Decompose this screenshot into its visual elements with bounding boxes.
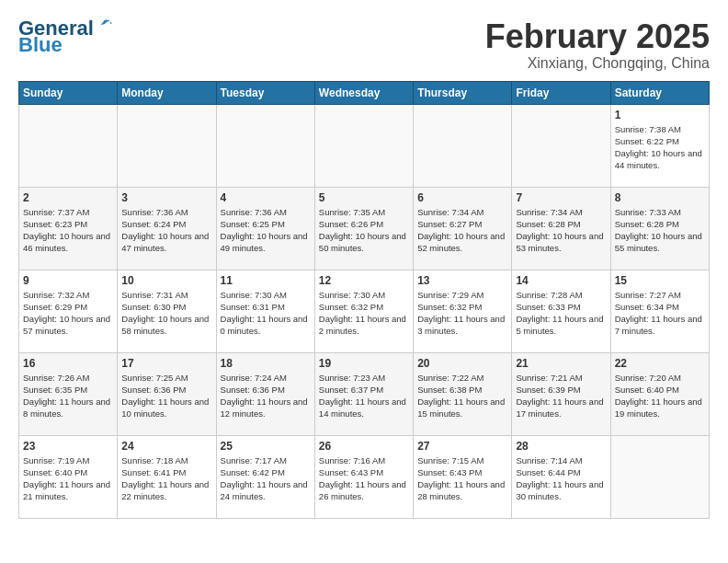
day-number: 16 — [23, 357, 113, 370]
calendar-cell: 4Sunrise: 7:36 AM Sunset: 6:25 PM Daylig… — [216, 187, 314, 270]
day-info: Sunrise: 7:19 AM Sunset: 6:40 PM Dayligh… — [23, 454, 113, 503]
day-info: Sunrise: 7:14 AM Sunset: 6:44 PM Dayligh… — [516, 454, 606, 503]
day-info: Sunrise: 7:37 AM Sunset: 6:23 PM Dayligh… — [23, 206, 113, 255]
calendar-cell: 22Sunrise: 7:20 AM Sunset: 6:40 PM Dayli… — [610, 352, 709, 435]
day-number: 12 — [319, 274, 409, 287]
calendar-cell: 9Sunrise: 7:32 AM Sunset: 6:29 PM Daylig… — [19, 270, 118, 352]
day-info: Sunrise: 7:33 AM Sunset: 6:28 PM Dayligh… — [615, 206, 705, 255]
day-number: 15 — [615, 274, 705, 287]
day-info: Sunrise: 7:15 AM Sunset: 6:43 PM Dayligh… — [417, 454, 507, 503]
calendar-cell: 12Sunrise: 7:30 AM Sunset: 6:32 PM Dayli… — [314, 270, 413, 352]
day-info: Sunrise: 7:18 AM Sunset: 6:41 PM Dayligh… — [121, 454, 211, 503]
day-info: Sunrise: 7:36 AM Sunset: 6:24 PM Dayligh… — [121, 206, 211, 255]
day-number: 14 — [516, 274, 606, 287]
day-info: Sunrise: 7:34 AM Sunset: 6:27 PM Dayligh… — [417, 206, 507, 255]
calendar-week-4: 16Sunrise: 7:26 AM Sunset: 6:35 PM Dayli… — [19, 352, 710, 435]
calendar-cell — [414, 104, 512, 187]
day-number: 9 — [23, 274, 113, 287]
day-number: 7 — [516, 191, 606, 204]
calendar-cell: 21Sunrise: 7:21 AM Sunset: 6:39 PM Dayli… — [512, 352, 610, 435]
calendar-cell: 20Sunrise: 7:22 AM Sunset: 6:38 PM Dayli… — [414, 352, 512, 435]
calendar-cell: 10Sunrise: 7:31 AM Sunset: 6:30 PM Dayli… — [118, 270, 216, 352]
day-info: Sunrise: 7:16 AM Sunset: 6:43 PM Dayligh… — [319, 454, 409, 503]
calendar-cell: 3Sunrise: 7:36 AM Sunset: 6:24 PM Daylig… — [118, 187, 216, 270]
day-info: Sunrise: 7:26 AM Sunset: 6:35 PM Dayligh… — [23, 372, 113, 420]
calendar-cell — [216, 104, 314, 187]
calendar-subtitle: Xinxiang, Chongqing, China — [485, 55, 710, 72]
weekday-header-sunday: Sunday — [19, 81, 118, 104]
weekday-header-monday: Monday — [118, 81, 216, 104]
day-info: Sunrise: 7:29 AM Sunset: 6:32 PM Dayligh… — [417, 289, 507, 338]
calendar-cell: 15Sunrise: 7:27 AM Sunset: 6:34 PM Dayli… — [610, 270, 709, 352]
calendar-cell — [19, 104, 118, 187]
day-info: Sunrise: 7:30 AM Sunset: 6:32 PM Dayligh… — [319, 289, 409, 338]
calendar-cell: 5Sunrise: 7:35 AM Sunset: 6:26 PM Daylig… — [314, 187, 413, 270]
calendar-cell: 24Sunrise: 7:18 AM Sunset: 6:41 PM Dayli… — [118, 435, 216, 518]
calendar-cell: 14Sunrise: 7:28 AM Sunset: 6:33 PM Dayli… — [512, 270, 610, 352]
calendar-cell: 7Sunrise: 7:34 AM Sunset: 6:28 PM Daylig… — [512, 187, 610, 270]
day-info: Sunrise: 7:30 AM Sunset: 6:31 PM Dayligh… — [221, 289, 311, 338]
day-info: Sunrise: 7:20 AM Sunset: 6:40 PM Dayligh… — [615, 372, 705, 420]
calendar-cell: 1Sunrise: 7:38 AM Sunset: 6:22 PM Daylig… — [610, 104, 709, 187]
calendar-cell: 19Sunrise: 7:23 AM Sunset: 6:37 PM Dayli… — [314, 352, 413, 435]
calendar-cell: 17Sunrise: 7:25 AM Sunset: 6:36 PM Dayli… — [118, 352, 216, 435]
day-number: 23 — [23, 440, 113, 453]
weekday-header-wednesday: Wednesday — [314, 81, 413, 104]
calendar-cell: 27Sunrise: 7:15 AM Sunset: 6:43 PM Dayli… — [414, 435, 512, 518]
logo-blue-text: Blue — [18, 35, 63, 55]
calendar-cell — [512, 104, 610, 187]
weekday-header-saturday: Saturday — [610, 81, 709, 104]
calendar-week-1: 1Sunrise: 7:38 AM Sunset: 6:22 PM Daylig… — [19, 104, 710, 187]
calendar-cell: 13Sunrise: 7:29 AM Sunset: 6:32 PM Dayli… — [414, 270, 512, 352]
weekday-header-tuesday: Tuesday — [216, 81, 314, 104]
day-info: Sunrise: 7:28 AM Sunset: 6:33 PM Dayligh… — [516, 289, 606, 338]
day-info: Sunrise: 7:24 AM Sunset: 6:36 PM Dayligh… — [221, 372, 311, 420]
calendar-cell: 28Sunrise: 7:14 AM Sunset: 6:44 PM Dayli… — [512, 435, 610, 518]
page-header: General Blue February 2025 Xinxiang, Cho… — [18, 18, 710, 72]
day-number: 10 — [121, 274, 211, 287]
day-number: 17 — [121, 357, 211, 370]
day-number: 5 — [319, 191, 409, 204]
day-number: 25 — [221, 440, 311, 453]
day-number: 22 — [615, 357, 705, 370]
calendar-cell: 8Sunrise: 7:33 AM Sunset: 6:28 PM Daylig… — [610, 187, 709, 270]
day-number: 18 — [221, 357, 311, 370]
calendar-header: SundayMondayTuesdayWednesdayThursdayFrid… — [19, 81, 710, 104]
calendar-table: SundayMondayTuesdayWednesdayThursdayFrid… — [18, 81, 710, 519]
day-number: 11 — [221, 274, 311, 287]
day-number: 4 — [221, 191, 311, 204]
day-info: Sunrise: 7:32 AM Sunset: 6:29 PM Dayligh… — [23, 289, 113, 338]
day-info: Sunrise: 7:23 AM Sunset: 6:37 PM Dayligh… — [319, 372, 409, 420]
day-number: 1 — [615, 109, 705, 121]
day-number: 28 — [516, 440, 606, 453]
calendar-cell: 23Sunrise: 7:19 AM Sunset: 6:40 PM Dayli… — [19, 435, 118, 518]
weekday-header-thursday: Thursday — [414, 81, 512, 104]
day-info: Sunrise: 7:21 AM Sunset: 6:39 PM Dayligh… — [516, 372, 606, 420]
calendar-title: February 2025 — [485, 18, 710, 55]
calendar-cell: 16Sunrise: 7:26 AM Sunset: 6:35 PM Dayli… — [19, 352, 118, 435]
day-number: 26 — [319, 440, 409, 453]
calendar-body: 1Sunrise: 7:38 AM Sunset: 6:22 PM Daylig… — [19, 104, 710, 518]
day-number: 21 — [516, 357, 606, 370]
day-info: Sunrise: 7:36 AM Sunset: 6:25 PM Dayligh… — [221, 206, 311, 255]
calendar-cell: 11Sunrise: 7:30 AM Sunset: 6:31 PM Dayli… — [216, 270, 314, 352]
day-number: 19 — [319, 357, 409, 370]
day-number: 24 — [121, 440, 211, 453]
day-info: Sunrise: 7:31 AM Sunset: 6:30 PM Dayligh… — [121, 289, 211, 338]
calendar-cell — [118, 104, 216, 187]
calendar-week-5: 23Sunrise: 7:19 AM Sunset: 6:40 PM Dayli… — [19, 435, 710, 518]
day-number: 8 — [615, 191, 705, 204]
calendar-cell — [610, 435, 709, 518]
calendar-week-2: 2Sunrise: 7:37 AM Sunset: 6:23 PM Daylig… — [19, 187, 710, 270]
day-number: 20 — [417, 357, 507, 370]
calendar-cell — [314, 104, 413, 187]
logo: General Blue — [18, 18, 112, 55]
day-number: 13 — [417, 274, 507, 287]
day-number: 27 — [417, 440, 507, 453]
day-info: Sunrise: 7:35 AM Sunset: 6:26 PM Dayligh… — [319, 206, 409, 255]
weekday-header-row: SundayMondayTuesdayWednesdayThursdayFrid… — [19, 81, 710, 104]
weekday-header-friday: Friday — [512, 81, 610, 104]
calendar-cell: 2Sunrise: 7:37 AM Sunset: 6:23 PM Daylig… — [19, 187, 118, 270]
calendar-cell: 6Sunrise: 7:34 AM Sunset: 6:27 PM Daylig… — [414, 187, 512, 270]
calendar-cell: 25Sunrise: 7:17 AM Sunset: 6:42 PM Dayli… — [216, 435, 314, 518]
